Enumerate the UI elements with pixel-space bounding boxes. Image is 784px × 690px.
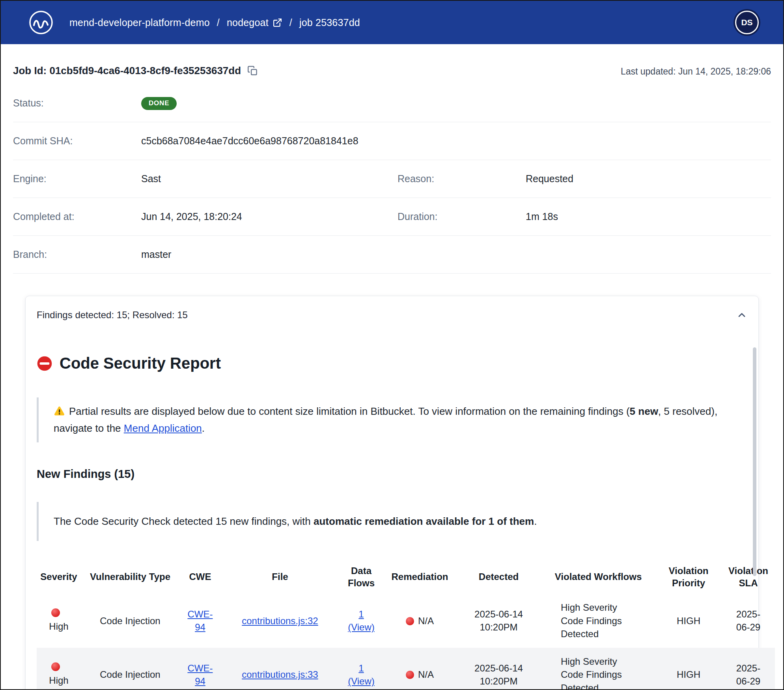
file-link[interactable]: contributions.js:32 — [242, 615, 318, 626]
finding-row: High Code Injection CWE-94 contributions… — [37, 594, 775, 648]
reason-label: Reason: — [398, 173, 526, 185]
severity-label: High — [49, 621, 68, 632]
col-file: File — [221, 560, 339, 594]
commit-sha-label: Commit SHA: — [13, 135, 141, 147]
data-flows-link[interactable]: 1 (View) — [345, 608, 377, 634]
breadcrumb: mend-developer-platform-demo / nodegoat … — [69, 17, 360, 28]
vulnerability-type-cell: Code Injection — [81, 594, 179, 648]
col-vulnerability-type: Vulnerability Type — [81, 560, 179, 594]
violated-workflows-cell: High Severity Code Findings Detected — [561, 655, 636, 690]
breadcrumb-separator: / — [217, 17, 220, 28]
warning-text-post: . — [202, 422, 205, 434]
cwe-link[interactable]: CWE-94 — [187, 608, 214, 634]
violation-priority-cell: HIGH — [655, 594, 722, 648]
warning-text-pre: Partial results are displayed below due … — [69, 405, 630, 417]
user-avatar[interactable]: DS — [735, 11, 759, 34]
completed-at-label: Completed at: — [13, 211, 141, 222]
status-label: Status: — [13, 97, 141, 109]
red-circle-icon — [51, 662, 60, 671]
col-violation-sla: Violation SLA — [722, 560, 775, 594]
violation-sla-cell: 2025-06-29 — [733, 662, 764, 688]
breadcrumb-job[interactable]: job 253637dd — [299, 17, 360, 28]
report-title: Code Security Report — [37, 354, 747, 372]
col-detected: Detected — [456, 560, 541, 594]
breadcrumb-project[interactable]: mend-developer-platform-demo — [69, 17, 210, 28]
red-circle-icon — [406, 617, 414, 625]
findings-intro: The Code Security Check detected 15 new … — [37, 502, 747, 541]
job-id-text: Job Id: 01cb5fd9-4ca6-4013-8cf9-fe352536… — [13, 65, 241, 77]
engine-row: Engine: Sast Reason: Requested — [13, 160, 771, 198]
external-link-icon[interactable] — [273, 18, 282, 28]
remediation-value: N/A — [418, 615, 434, 626]
remediation-value: N/A — [418, 669, 434, 680]
red-circle-icon — [51, 608, 60, 617]
branch-value: master — [141, 249, 398, 260]
reason-value: Requested — [526, 173, 771, 185]
commit-sha-value: c5cb68a7084e4ae7dcc60e6a98768720a81841e8 — [141, 135, 398, 147]
vulnerability-type-cell: Code Injection — [81, 648, 179, 690]
mend-logo-icon — [28, 10, 54, 35]
remediation-cell: N/A — [383, 648, 456, 690]
file-link[interactable]: contributions.js:33 — [242, 669, 318, 680]
new-findings-heading: New Findings (15) — [37, 468, 747, 481]
top-navbar: mend-developer-platform-demo / nodegoat … — [1, 1, 783, 44]
job-id-heading: Job Id: 01cb5fd9-4ca6-4013-8cf9-fe352536… — [13, 65, 258, 77]
app-window: mend-developer-platform-demo / nodegoat … — [0, 0, 784, 690]
detected-cell: 2025-06-14 10:20PM — [471, 608, 526, 634]
red-circle-icon — [406, 671, 414, 679]
duration-label: Duration: — [398, 211, 526, 222]
job-details-section: Job Id: 01cb5fd9-4ca6-4013-8cf9-fe352536… — [1, 44, 783, 690]
col-violated-workflows: Violated Workflows — [541, 560, 655, 594]
engine-label: Engine: — [13, 173, 141, 185]
violated-workflows-cell: High Severity Code Findings Detected — [561, 601, 636, 641]
warning-icon — [54, 405, 65, 416]
col-cwe: CWE — [179, 560, 221, 594]
severity-cell: High — [49, 608, 68, 633]
findings-summary-text: Findings detected: 15; Resolved: 15 — [37, 310, 188, 321]
collapse-button[interactable] — [736, 310, 747, 321]
branch-label: Branch: — [13, 249, 141, 260]
mend-application-link[interactable]: Mend Application — [124, 422, 202, 434]
copy-icon[interactable] — [247, 65, 258, 76]
branch-row: Branch: master — [13, 236, 771, 274]
completed-row: Completed at: Jun 14, 2025, 18:20:24 Dur… — [13, 198, 771, 236]
remediation-cell: N/A — [383, 594, 456, 648]
status-badge: DONE — [141, 97, 177, 110]
breadcrumb-repo-label: nodegoat — [227, 17, 269, 28]
status-row: Status: DONE — [13, 84, 771, 122]
severity-cell: High — [49, 662, 68, 687]
table-header-row: Severity Vulnerability Type CWE File Dat… — [37, 560, 775, 594]
data-flows-link[interactable]: 1 (View) — [345, 662, 377, 688]
last-updated-text: Last updated: Jun 14, 2025, 18:29:06 — [621, 65, 771, 77]
engine-value: Sast — [141, 173, 398, 185]
completed-at-value: Jun 14, 2025, 18:20:24 — [141, 211, 398, 222]
severity-label: High — [49, 675, 68, 686]
finding-row: High Code Injection CWE-94 contributions… — [37, 648, 775, 690]
intro-text-bold: automatic remediation available for 1 of… — [314, 515, 534, 527]
duration-value: 1m 18s — [526, 211, 771, 222]
breadcrumb-separator: / — [289, 17, 292, 28]
findings-card: Findings detected: 15; Resolved: 15 — [25, 296, 759, 690]
report-title-text: Code Security Report — [60, 354, 221, 372]
intro-text-pre: The Code Security Check detected 15 new … — [54, 515, 314, 527]
no-entry-icon — [37, 356, 52, 371]
commit-row: Commit SHA: c5cb68a7084e4ae7dcc60e6a9876… — [13, 122, 771, 160]
col-data-flows: Data Flows — [339, 560, 383, 594]
breadcrumb-repo[interactable]: nodegoat — [227, 17, 282, 28]
card-scrollbar[interactable] — [753, 347, 756, 576]
col-severity: Severity — [37, 560, 81, 594]
violation-priority-cell: HIGH — [655, 648, 722, 690]
cwe-link[interactable]: CWE-94 — [187, 662, 214, 688]
col-remediation: Remediation — [383, 560, 456, 594]
findings-table: Severity Vulnerability Type CWE File Dat… — [37, 560, 775, 690]
partial-results-warning: Partial results are displayed below due … — [37, 397, 747, 442]
warning-text-bold: 5 new — [630, 405, 658, 417]
col-violation-priority: Violation Priority — [655, 560, 722, 594]
detected-cell: 2025-06-14 10:20PM — [471, 662, 526, 688]
intro-text-post: . — [534, 515, 537, 527]
violation-sla-cell: 2025-06-29 — [733, 608, 764, 634]
